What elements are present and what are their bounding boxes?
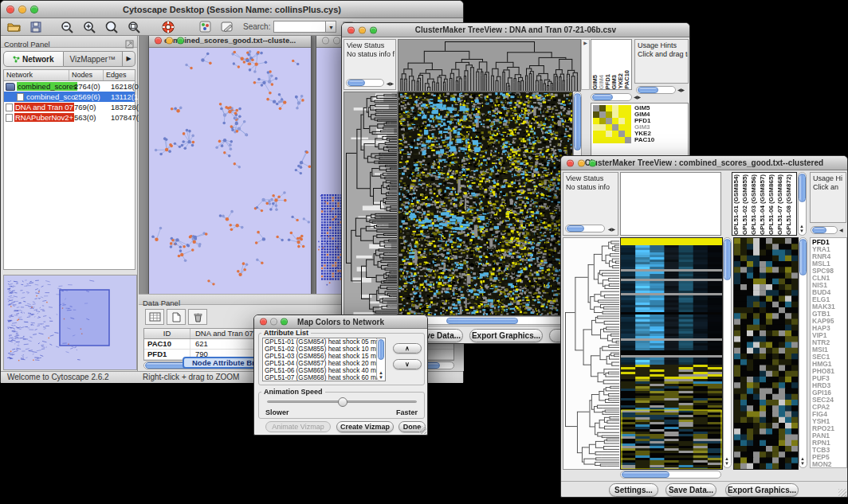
matrix-cell[interactable] xyxy=(625,111,631,118)
col-network[interactable]: Network xyxy=(4,70,69,80)
matrix-cell[interactable] xyxy=(606,124,612,131)
matrix-cell[interactable] xyxy=(593,137,599,143)
matrix-cell[interactable] xyxy=(599,118,606,124)
search-input[interactable] xyxy=(273,21,326,33)
data-col-id[interactable]: ID xyxy=(144,329,190,338)
scroll-up-down-icons[interactable]: ▲▼ xyxy=(379,370,383,380)
matrix-cell[interactable] xyxy=(618,111,625,118)
zoom-in-icon[interactable] xyxy=(80,19,100,35)
gene-label[interactable]: MON2 xyxy=(812,461,846,468)
dialog-titlebar[interactable]: Map Colors to Network xyxy=(254,315,427,329)
matrix-cell[interactable] xyxy=(606,131,612,137)
close-icon[interactable] xyxy=(567,159,574,166)
tv1-row-dendrogram[interactable] xyxy=(344,92,398,316)
network-row[interactable]: RNAPuberNov2+563(0)107847(0) xyxy=(4,112,135,123)
matrix-cell[interactable] xyxy=(593,124,599,131)
matrix-cell[interactable] xyxy=(618,124,625,131)
matrix-cell[interactable] xyxy=(612,131,618,137)
resize-grip[interactable] xyxy=(418,426,426,434)
tv1-global-heatmap[interactable] xyxy=(398,92,573,316)
matrix-cell[interactable] xyxy=(625,137,631,143)
gene-label[interactable]: PAC10 xyxy=(634,137,654,143)
tv2-export-graphics-button[interactable]: Export Graphics... xyxy=(725,483,799,497)
scroll-left-right-icons[interactable]: ◀▶ xyxy=(608,227,615,232)
zoom-out-icon[interactable] xyxy=(58,19,77,35)
tv2-column-labels[interactable]: GPL51-01 (GSM854)GPL51-02 (GSM855)GPL51-… xyxy=(732,172,797,236)
tab-overflow-button[interactable]: ▶ xyxy=(123,51,135,67)
matrix-cell[interactable] xyxy=(606,105,612,111)
matrix-cell[interactable] xyxy=(612,124,618,131)
matrix-cell[interactable] xyxy=(593,131,599,137)
attribute-list-vscrollbar[interactable]: ▲▼ xyxy=(376,338,385,381)
matrix-cell[interactable] xyxy=(618,137,625,143)
zoom-window-icon[interactable] xyxy=(281,318,288,326)
minimize-icon[interactable] xyxy=(359,26,366,33)
scroll-left-right-icons[interactable]: ◀▶ xyxy=(677,88,685,92)
minimize-icon[interactable] xyxy=(166,37,173,44)
view-status-hscrollbar[interactable] xyxy=(346,79,384,87)
tv2-global-vscrollbar[interactable]: ▲▼ xyxy=(723,237,732,468)
tab-network[interactable]: Network xyxy=(3,51,64,67)
scroll-left-right-icons[interactable]: ◀ xyxy=(839,228,843,232)
tv1-splitter[interactable]: ▶ xyxy=(581,39,590,90)
tv1-zoom-heatmap[interactable] xyxy=(593,105,631,143)
network-row[interactable]: DNA and Tran 07769(0)183728(0) xyxy=(4,102,135,112)
network-table-header[interactable]: Network Nodes Edges xyxy=(4,70,135,81)
close-icon[interactable] xyxy=(260,318,267,326)
matrix-cell[interactable] xyxy=(618,105,625,111)
tv2-status-hscrollbar[interactable] xyxy=(565,225,605,232)
scroll-left-right-icons[interactable]: ◀▶ xyxy=(387,81,394,86)
annotation-icon[interactable] xyxy=(218,19,237,35)
zoom-window-icon[interactable] xyxy=(370,26,377,33)
zoom-window-icon[interactable] xyxy=(30,6,38,14)
minimize-icon[interactable] xyxy=(270,318,277,326)
tv2-gene-labels[interactable]: PFD1YRA1RNR4MSL1SPC98CLN1NIS1BUD4ELG1MAK… xyxy=(810,237,847,468)
tab-vizmapper[interactable]: VizMapper™ xyxy=(64,51,124,67)
network-overview-panel[interactable] xyxy=(3,275,137,370)
tv2-global-heatmap[interactable] xyxy=(620,237,723,470)
help-lifering-icon[interactable] xyxy=(159,19,178,35)
network-row[interactable]: combined_scores2764(0)16218(0) xyxy=(4,81,135,92)
move-attribute-down-button[interactable]: ∨ xyxy=(393,359,422,369)
main-titlebar[interactable]: Cytoscape Desktop (Session Name: collins… xyxy=(1,1,463,18)
attribute-item[interactable]: GPL51-07 (GSM868) heat shock 60 min xyxy=(265,375,385,381)
close-icon[interactable] xyxy=(347,26,355,33)
matrix-cell[interactable] xyxy=(599,124,606,131)
tv2-collabel-vscrollbar[interactable]: ▲▼ xyxy=(798,172,807,236)
new-attribute-icon[interactable] xyxy=(167,309,186,325)
tv1-row-labels[interactable]: GIM5GIM4PFD1GIM3YKE2PAC10 xyxy=(634,105,654,143)
col-nodes[interactable]: Nodes xyxy=(69,70,104,80)
minimize-icon[interactable] xyxy=(578,159,585,166)
tv1-usage-hscrollbar[interactable] xyxy=(636,86,676,94)
close-icon[interactable] xyxy=(155,37,162,44)
animation-speed-slider[interactable] xyxy=(267,400,417,403)
matrix-cell[interactable] xyxy=(606,137,612,143)
attribute-list[interactable]: GPL51-01 (GSM854) heat shock 05 minGPL51… xyxy=(262,338,386,381)
select-attributes-icon[interactable] xyxy=(145,309,164,325)
close-icon[interactable] xyxy=(6,6,14,14)
network-canvas[interactable] xyxy=(149,48,311,294)
matrix-cell[interactable] xyxy=(606,111,612,118)
matrix-cell[interactable] xyxy=(599,137,606,143)
tv2-save-data-button[interactable]: Save Data... xyxy=(665,483,716,497)
tv1-column-dendrogram[interactable] xyxy=(398,39,581,92)
vizmapper-node-icon[interactable] xyxy=(195,19,214,35)
minimize-icon[interactable] xyxy=(333,37,340,44)
tv1-column-labels[interactable]: GIM5GIM4PFD1GIM3YKE2PAC10 xyxy=(591,39,632,90)
tv1-zoom-hscrollbar[interactable] xyxy=(591,93,632,101)
scroll-up-down-icons[interactable]: ▲▼ xyxy=(724,456,729,466)
matrix-cell[interactable] xyxy=(625,124,631,131)
animate-vizmap-button[interactable]: Animate Vizmap xyxy=(265,421,331,432)
tv2-zoom-heatmap[interactable] xyxy=(733,237,799,470)
open-file-icon[interactable] xyxy=(4,19,23,35)
tv2-usage-hscrollbar[interactable] xyxy=(811,226,838,234)
column-label[interactable]: GPL51-08 (GSM872) xyxy=(786,174,795,235)
matrix-cell[interactable] xyxy=(593,105,599,111)
scroll-up-down-icons[interactable]: ▲▼ xyxy=(800,456,805,466)
treeview2-titlebar[interactable]: ClusterMaker TreeView : combined_scores_… xyxy=(561,156,847,170)
matrix-cell[interactable] xyxy=(612,137,618,143)
slider-thumb[interactable] xyxy=(338,397,347,407)
delete-attribute-icon[interactable] xyxy=(188,309,207,325)
zoom-fit-icon[interactable] xyxy=(125,19,144,35)
matrix-cell[interactable] xyxy=(618,118,625,124)
